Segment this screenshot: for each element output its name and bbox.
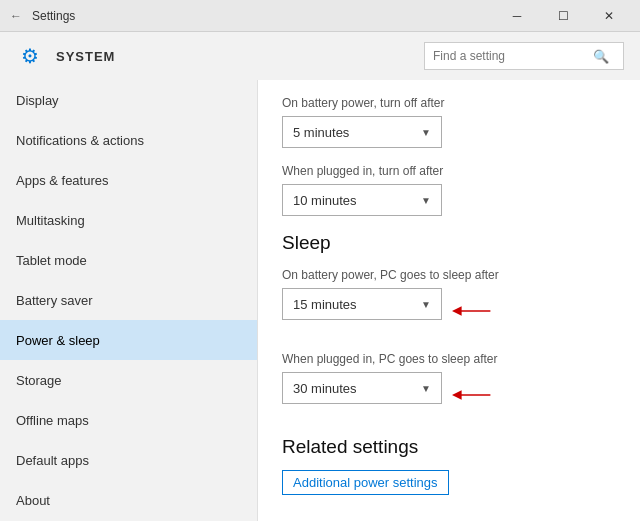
- sidebar-item-label: Default apps: [16, 453, 89, 468]
- back-icon[interactable]: ←: [8, 8, 24, 24]
- sidebar-item-default-apps[interactable]: Default apps: [0, 440, 257, 480]
- sidebar-item-label: Multitasking: [16, 213, 85, 228]
- maximize-button[interactable]: ☐: [540, 0, 586, 32]
- sidebar-item-label: Notifications & actions: [16, 133, 144, 148]
- content-area: On battery power, turn off after 5 minut…: [258, 80, 640, 521]
- page-title: SYSTEM: [56, 49, 115, 64]
- sleep-section-title: Sleep: [282, 232, 616, 254]
- sleep-battery-label: On battery power, PC goes to sleep after: [282, 268, 616, 282]
- screen-off-battery-value: 5 minutes: [293, 125, 349, 140]
- screen-off-plugged-value: 10 minutes: [293, 193, 357, 208]
- sidebar-item-label: About: [16, 493, 50, 508]
- screen-off-plugged-dropdown[interactable]: 10 minutes ▼: [282, 184, 442, 216]
- sidebar-item-tablet[interactable]: Tablet mode: [0, 240, 257, 280]
- chevron-down-icon: ▼: [421, 195, 431, 206]
- sidebar-item-label: Display: [16, 93, 59, 108]
- sleep-plugged-row: 30 minutes ▼: [282, 372, 616, 420]
- sidebar-item-label: Tablet mode: [16, 253, 87, 268]
- search-input[interactable]: [433, 49, 593, 63]
- sidebar-item-multitasking[interactable]: Multitasking: [0, 200, 257, 240]
- sleep-battery-row: 15 minutes ▼: [282, 288, 616, 336]
- close-button[interactable]: ✕: [586, 0, 632, 32]
- sidebar-item-offline-maps[interactable]: Offline maps: [0, 400, 257, 440]
- chevron-down-icon: ▼: [421, 299, 431, 310]
- title-bar: ← Settings ─ ☐ ✕: [0, 0, 640, 32]
- sidebar-item-storage[interactable]: Storage: [0, 360, 257, 400]
- search-icon: 🔍: [593, 49, 609, 64]
- sidebar-item-power[interactable]: Power & sleep: [0, 320, 257, 360]
- related-settings-title: Related settings: [282, 436, 616, 458]
- title-bar-controls: ─ ☐ ✕: [494, 0, 632, 32]
- sidebar-item-label: Offline maps: [16, 413, 89, 428]
- sidebar-item-about[interactable]: About: [0, 480, 257, 520]
- sleep-battery-dropdown[interactable]: 15 minutes ▼: [282, 288, 442, 320]
- screen-off-battery-label: On battery power, turn off after: [282, 96, 616, 110]
- sidebar-item-apps[interactable]: Apps & features: [0, 160, 257, 200]
- sleep-plugged-dropdown[interactable]: 30 minutes ▼: [282, 372, 442, 404]
- sleep-battery-value: 15 minutes: [293, 297, 357, 312]
- app-body: Display Notifications & actions Apps & f…: [0, 80, 640, 521]
- app-header: ⚙ SYSTEM 🔍: [0, 32, 640, 80]
- sidebar-item-battery[interactable]: Battery saver: [0, 280, 257, 320]
- screen-off-battery-dropdown[interactable]: 5 minutes ▼: [282, 116, 442, 148]
- sidebar-item-label: Battery saver: [16, 293, 93, 308]
- sidebar: Display Notifications & actions Apps & f…: [0, 80, 258, 521]
- sidebar-item-label: Storage: [16, 373, 62, 388]
- sidebar-item-notifications[interactable]: Notifications & actions: [0, 120, 257, 160]
- title-bar-text: Settings: [32, 9, 75, 23]
- screen-off-plugged-label: When plugged in, turn off after: [282, 164, 616, 178]
- sidebar-item-display[interactable]: Display: [0, 80, 257, 120]
- sidebar-item-label: Power & sleep: [16, 333, 100, 348]
- sleep-plugged-value: 30 minutes: [293, 381, 357, 396]
- chevron-down-icon: ▼: [421, 383, 431, 394]
- app-container: ⚙ SYSTEM 🔍 Display Notifications & actio…: [0, 32, 640, 521]
- arrow-indicator-2: [452, 385, 492, 408]
- arrow-indicator: [452, 301, 492, 324]
- search-box[interactable]: 🔍: [424, 42, 624, 70]
- additional-power-settings-link[interactable]: Additional power settings: [282, 470, 449, 495]
- sidebar-item-label: Apps & features: [16, 173, 109, 188]
- gear-icon: ⚙: [16, 42, 44, 70]
- minimize-button[interactable]: ─: [494, 0, 540, 32]
- chevron-down-icon: ▼: [421, 127, 431, 138]
- sleep-plugged-label: When plugged in, PC goes to sleep after: [282, 352, 616, 366]
